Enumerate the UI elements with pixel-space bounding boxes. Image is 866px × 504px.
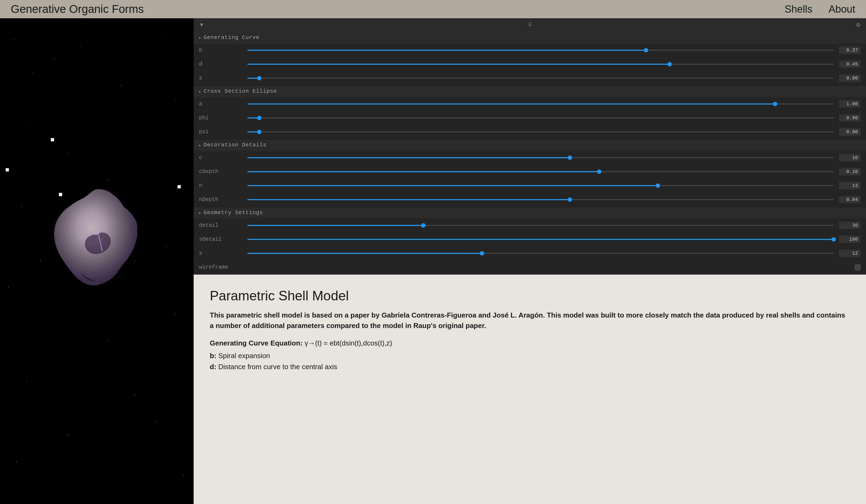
param-row-a: a1.00 xyxy=(193,97,866,111)
param-value-phi: 0.00 xyxy=(839,114,861,122)
section-title-decoration-details: Decoration Details xyxy=(203,142,267,148)
param-label-z: z xyxy=(199,75,242,81)
param-label-cDepth: cDepth xyxy=(199,169,242,175)
section-header-generating-curve[interactable]: ▸Generating Curve xyxy=(193,32,866,43)
sections-container: ▸Generating Curveb0.37d0.45z0.00▸Cross S… xyxy=(193,32,866,275)
slider-fill-a xyxy=(247,103,775,104)
param-label-s: s xyxy=(199,250,242,256)
star xyxy=(175,314,175,314)
param-label-n: n xyxy=(199,182,242,188)
star xyxy=(27,126,27,126)
section-title-generating-curve: Generating Curve xyxy=(203,34,259,41)
slider-container-n[interactable] xyxy=(247,185,834,186)
slider-nDepth[interactable] xyxy=(247,199,834,200)
info-param-b: b: Spiral expansion xyxy=(210,352,850,360)
param-row-sDetail: sDetail100 xyxy=(193,232,866,247)
param-d-label: d: xyxy=(210,363,216,371)
slider-thumb-z xyxy=(257,76,262,80)
slider-z[interactable] xyxy=(247,78,834,79)
slider-container-a[interactable] xyxy=(247,103,834,104)
param-row-z: z0.00 xyxy=(193,71,866,85)
section-header-geometry-settings[interactable]: ▸Geometry Settings xyxy=(193,207,866,218)
right-panel: ▼ ⠿ ⚙ ▸Generating Curveb0.37d0.45z0.00▸C… xyxy=(193,18,866,504)
slider-container-b[interactable] xyxy=(247,50,834,51)
slider-d[interactable] xyxy=(247,64,834,65)
control-point-3[interactable] xyxy=(178,185,181,188)
slider-c[interactable] xyxy=(247,157,834,158)
slider-container-c[interactable] xyxy=(247,157,834,158)
control-point-1[interactable] xyxy=(5,168,9,171)
shells-nav-link[interactable]: Shells xyxy=(785,3,812,15)
param-b-text: Spiral expansion xyxy=(218,352,270,360)
section-title-geometry-settings: Geometry Settings xyxy=(203,209,263,216)
info-title: Parametric Shell Model xyxy=(210,288,850,303)
info-description: This parametric shell model is based on … xyxy=(210,310,850,331)
param-label-c: c xyxy=(199,154,242,161)
main-layout: ▼ ⠿ ⚙ ▸Generating Curveb0.37d0.45z0.00▸C… xyxy=(0,18,866,504)
param-label-sDetail: sDetail xyxy=(199,236,242,242)
star xyxy=(108,180,108,180)
controls-panel: ▼ ⠿ ⚙ ▸Generating Curveb0.37d0.45z0.00▸C… xyxy=(193,18,866,275)
slider-thumb-sDetail xyxy=(832,237,836,241)
settings-icon[interactable]: ⚙ xyxy=(856,22,861,28)
param-value-z: 0.00 xyxy=(839,75,861,82)
param-label-d: d xyxy=(199,61,242,67)
star xyxy=(13,40,14,40)
slider-cDepth[interactable] xyxy=(247,171,834,172)
slider-container-sDetail[interactable] xyxy=(247,239,834,240)
slider-psi[interactable] xyxy=(247,131,834,133)
param-value-cDepth: 0.10 xyxy=(839,168,861,175)
control-point-2[interactable] xyxy=(59,193,62,196)
shell-shape xyxy=(32,181,162,310)
param-row-cDepth: cDepth0.10 xyxy=(193,165,866,179)
param-value-psi: 0.00 xyxy=(839,128,861,136)
param-value-d: 0.45 xyxy=(839,60,861,68)
slider-fill-detail xyxy=(247,225,423,226)
slider-phi[interactable] xyxy=(247,117,834,118)
star xyxy=(16,461,17,462)
param-label-wireframe: wireframe xyxy=(199,264,242,270)
slider-n[interactable] xyxy=(247,185,834,186)
expand-icon[interactable]: ⠿ xyxy=(528,22,532,28)
slider-thumb-phi xyxy=(257,116,262,120)
about-nav-link[interactable]: About xyxy=(829,3,855,15)
param-row-d: d0.45 xyxy=(193,57,866,71)
slider-b[interactable] xyxy=(247,50,834,51)
control-point-0[interactable] xyxy=(51,138,54,141)
slider-sDetail[interactable] xyxy=(247,239,834,240)
equation-value: γ→(t) = ebt(dsin(t),dcos(t),z) xyxy=(305,339,392,347)
info-param-d: d: Distance from curve to the central ax… xyxy=(210,363,850,371)
slider-container-detail[interactable] xyxy=(247,225,834,226)
slider-container-psi[interactable] xyxy=(247,131,834,133)
param-value-s: 12 xyxy=(839,250,861,257)
section-header-cross-section-ellipse[interactable]: ▸Cross Section Ellipse xyxy=(193,85,866,97)
equation-label: Generating Curve Equation: xyxy=(210,339,302,347)
param-row-c: c10 xyxy=(193,151,866,165)
canvas-area[interactable] xyxy=(0,18,193,504)
slider-thumb-d xyxy=(667,62,672,66)
slider-detail[interactable] xyxy=(247,225,834,226)
slider-container-s[interactable] xyxy=(247,253,834,254)
param-checkbox-wireframe[interactable] xyxy=(855,264,861,270)
collapse-icon[interactable]: ▼ xyxy=(199,22,204,28)
section-header-decoration-details[interactable]: ▸Decoration Details xyxy=(193,139,866,151)
param-value-nDepth: 0.04 xyxy=(839,196,861,203)
slider-container-d[interactable] xyxy=(247,64,834,65)
param-value-a: 1.00 xyxy=(839,100,861,108)
param-label-detail: detail xyxy=(199,222,242,228)
slider-fill-n xyxy=(247,185,658,186)
info-panel: Parametric Shell Model This parametric s… xyxy=(193,275,866,504)
info-equation: Generating Curve Equation: γ→(t) = ebt(d… xyxy=(210,339,850,347)
slider-a[interactable] xyxy=(247,103,834,104)
star xyxy=(121,85,122,86)
slider-container-z[interactable] xyxy=(247,78,834,79)
star xyxy=(134,394,135,395)
param-label-b: b xyxy=(199,47,242,53)
section-generating-curve: ▸Generating Curveb0.37d0.45z0.00 xyxy=(193,32,866,85)
slider-container-cDepth[interactable] xyxy=(247,171,834,172)
star xyxy=(175,99,175,100)
slider-container-phi[interactable] xyxy=(247,117,834,118)
slider-s[interactable] xyxy=(247,253,834,254)
section-title-cross-section-ellipse: Cross Section Ellipse xyxy=(203,88,277,94)
slider-container-nDepth[interactable] xyxy=(247,199,834,200)
